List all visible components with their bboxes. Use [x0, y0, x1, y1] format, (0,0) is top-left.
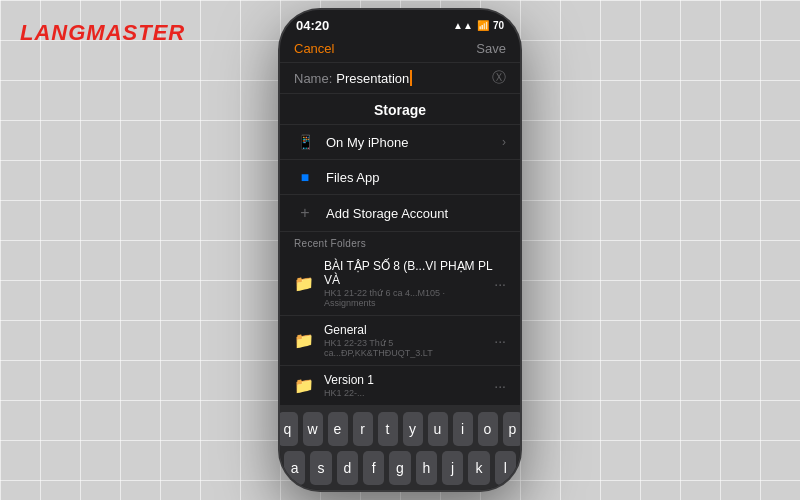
more-button-1[interactable]: ··· [494, 333, 506, 349]
files-label: Files App [326, 170, 506, 185]
save-button[interactable]: Save [476, 41, 506, 56]
key-y[interactable]: y [403, 412, 423, 446]
folder-icon-1: 📁 [294, 331, 314, 350]
cancel-button[interactable]: Cancel [294, 41, 334, 56]
add-icon: + [294, 204, 316, 222]
key-r[interactable]: r [353, 412, 373, 446]
folder-item-0[interactable]: 📁 BÀI TẬP SỐ 8 (B...VI PHẠM PL VÀ HK1 21… [280, 252, 520, 316]
folder-content-1: General HK1 22-23 Thứ 5 ca...ĐP,KK&THĐUQ… [324, 323, 494, 358]
langmaster-logo: LANGMASTER [20, 20, 185, 46]
key-o[interactable]: o [478, 412, 498, 446]
key-w[interactable]: w [303, 412, 323, 446]
files-app-item[interactable]: ■ Files App [280, 160, 520, 195]
folder-sub-1: HK1 22-23 Thứ 5 ca...ĐP,KK&THĐUQT_3.LT [324, 338, 494, 358]
add-storage-item[interactable]: + Add Storage Account [280, 195, 520, 232]
status-time: 04:20 [296, 18, 329, 33]
files-icon: ■ [294, 169, 316, 185]
folder-item-1[interactable]: 📁 General HK1 22-23 Thứ 5 ca...ĐP,KK&THĐ… [280, 316, 520, 366]
add-storage-label: Add Storage Account [326, 206, 506, 221]
wifi-icon: 📶 [477, 20, 489, 31]
iphone-label: On My iPhone [326, 135, 502, 150]
key-g[interactable]: g [389, 451, 410, 485]
folder-item-2[interactable]: 📁 Version 1 HK1 22-... ··· [280, 366, 520, 406]
folder-name-0: BÀI TẬP SỐ 8 (B...VI PHẠM PL VÀ [324, 259, 494, 287]
folder-name-2: Version 1 [324, 373, 494, 387]
name-label: Name: [294, 71, 332, 86]
folder-content-0: BÀI TẬP SỐ 8 (B...VI PHẠM PL VÀ HK1 21-2… [324, 259, 494, 308]
text-cursor [410, 70, 412, 86]
key-u[interactable]: u [428, 412, 448, 446]
key-l[interactable]: l [495, 451, 516, 485]
folder-icon-0: 📁 [294, 274, 314, 293]
more-button-0[interactable]: ··· [494, 276, 506, 292]
key-p[interactable]: p [503, 412, 521, 446]
keyboard-row-1: q w e r t y u i o p [284, 412, 516, 446]
folder-sub-2: HK1 22-... [324, 388, 494, 398]
storage-title: Storage [280, 94, 520, 125]
key-i[interactable]: i [453, 412, 473, 446]
key-a[interactable]: a [284, 451, 305, 485]
battery-indicator: 70 [493, 20, 504, 31]
clear-button[interactable]: Ⓧ [492, 69, 506, 87]
chevron-icon: › [502, 135, 506, 149]
nav-bar: Cancel Save [280, 37, 520, 63]
key-t[interactable]: t [378, 412, 398, 446]
more-button-2[interactable]: ··· [494, 378, 506, 394]
storage-section: Storage 📱 On My iPhone › ■ Files App + A… [280, 94, 520, 406]
recent-folders-label: Recent Folders [280, 232, 520, 252]
folder-icon-2: 📁 [294, 376, 314, 395]
key-f[interactable]: f [363, 451, 384, 485]
key-j[interactable]: j [442, 451, 463, 485]
status-bar: 04:20 ▲▲ 📶 70 [280, 10, 520, 37]
folder-name-1: General [324, 323, 494, 337]
key-e[interactable]: e [328, 412, 348, 446]
keyboard: q w e r t y u i o p a s d f g h j k l ⇧ … [280, 406, 520, 490]
status-icons: ▲▲ 📶 70 [453, 20, 504, 31]
on-my-iphone-item[interactable]: 📱 On My iPhone › [280, 125, 520, 160]
key-q[interactable]: q [280, 412, 298, 446]
key-d[interactable]: d [337, 451, 358, 485]
key-h[interactable]: h [416, 451, 437, 485]
keyboard-row-2: a s d f g h j k l [284, 451, 516, 485]
iphone-frame: 04:20 ▲▲ 📶 70 Cancel Save Name: Presenta… [280, 10, 520, 490]
iphone-icon: 📱 [294, 134, 316, 150]
name-field: Name: Presentation Ⓧ [280, 63, 520, 94]
name-input[interactable]: Presentation [336, 70, 488, 86]
key-k[interactable]: k [468, 451, 489, 485]
name-value: Presentation [336, 71, 409, 86]
key-s[interactable]: s [310, 451, 331, 485]
folder-sub-0: HK1 21-22 thứ 6 ca 4...M105 · Assignment… [324, 288, 494, 308]
folder-content-2: Version 1 HK1 22-... [324, 373, 494, 398]
signal-icon: ▲▲ [453, 20, 473, 31]
